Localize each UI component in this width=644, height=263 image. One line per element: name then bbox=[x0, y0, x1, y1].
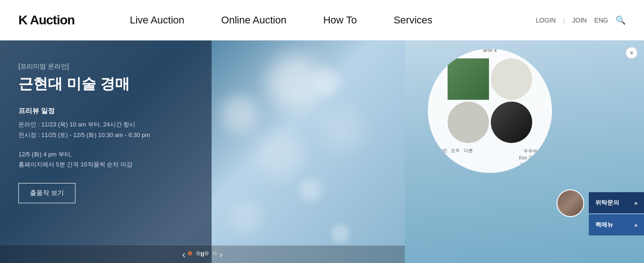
hero-schedule-line1: 온라인 : 11/23 (목) 10 am 부터, 24시간 항시 bbox=[18, 119, 184, 130]
hero-text-block: [프리미엄 온라인] 근현대 미술 경매 프리뷰 일정 온라인 : 11/23 … bbox=[0, 40, 202, 263]
hero-title: 근현대 미술 경매 bbox=[18, 74, 184, 94]
hero-tag: [프리미엄 온라인] bbox=[18, 63, 184, 71]
header: K Auction Live Auction Online Auction Ho… bbox=[0, 0, 644, 40]
login-link[interactable]: LOGIN bbox=[536, 17, 556, 24]
slider-pause-button[interactable]: ⏸ bbox=[196, 250, 209, 259]
quickmenu-arrow: » bbox=[634, 222, 638, 229]
avatar-placeholder bbox=[558, 190, 583, 216]
logo[interactable]: K Auction bbox=[18, 13, 75, 28]
arte-popup: arte k 우린 모두 다른 우주에서 Kim JiYeon Young Ja… bbox=[428, 49, 552, 173]
arte-label: arte k bbox=[483, 49, 497, 54]
nav-online-auction[interactable]: Online Auction bbox=[221, 14, 287, 26]
hero-schedule-line2: 전시장 : 11/25 (토) - 12/5 (화) 10:30 am - 6:… bbox=[18, 130, 184, 140]
bokeh-2 bbox=[221, 96, 258, 132]
divider: | bbox=[563, 17, 565, 24]
side-buttons: 위탁문의 » 퀵메뉴 » bbox=[589, 192, 644, 235]
nav-live-auction[interactable]: Live Auction bbox=[130, 14, 184, 26]
hero-left-panel: [프리미엄 온라인] 근현대 미술 경매 프리뷰 일정 온라인 : 11/23 … bbox=[0, 40, 405, 263]
join-link[interactable]: JOIN bbox=[572, 17, 587, 24]
header-right: LOGIN | JOIN ENG 🔍 bbox=[536, 15, 626, 25]
quickmenu-label: 퀵메뉴 bbox=[595, 221, 613, 229]
bokeh-4 bbox=[258, 132, 304, 178]
artwork-2 bbox=[491, 58, 532, 100]
artwork-1 bbox=[448, 58, 489, 100]
hero-schedule-title: 프리뷰 일정 bbox=[18, 107, 184, 115]
slider-prev-button[interactable]: ‹ bbox=[178, 248, 189, 261]
popup-close-button[interactable]: × bbox=[626, 47, 638, 59]
artwork-3 bbox=[448, 102, 489, 143]
bokeh-6 bbox=[230, 201, 262, 234]
arte-grid bbox=[448, 58, 532, 143]
slider-next-button[interactable]: › bbox=[216, 248, 226, 261]
hero-note: 12/5 (화) 4 pm 부터, 홈페이지에서 5분 간격 10작품씩 순차 … bbox=[18, 149, 184, 170]
commission-button[interactable]: 위탁문의 » bbox=[589, 192, 644, 213]
bokeh-5 bbox=[299, 178, 322, 201]
artwork-4 bbox=[491, 102, 532, 143]
bokeh-8 bbox=[322, 109, 363, 151]
bokeh-7 bbox=[331, 224, 350, 243]
hero-schedule: 온라인 : 11/23 (목) 10 am 부터, 24시간 항시 전시장 : … bbox=[18, 119, 184, 141]
slider-controls: ‹ ⏸ › bbox=[0, 246, 405, 263]
main-nav: Live Auction Online Auction How To Servi… bbox=[130, 14, 535, 26]
bokeh-3 bbox=[313, 68, 340, 96]
hero-section: [프리미엄 온라인] 근현대 미술 경매 프리뷰 일정 온라인 : 11/23 … bbox=[0, 40, 644, 263]
hero-cta-button[interactable]: 출품작 보기 bbox=[18, 183, 75, 203]
avatar-widget bbox=[557, 189, 584, 217]
commission-arrow: » bbox=[634, 200, 638, 206]
lang-selector[interactable]: ENG bbox=[594, 17, 608, 24]
nav-how-to[interactable]: How To bbox=[323, 14, 357, 26]
quickmenu-button[interactable]: 퀵메뉴 » bbox=[589, 214, 644, 235]
search-button[interactable]: 🔍 bbox=[615, 15, 626, 25]
hero-note-line2: 홈페이지에서 5분 간격 10작품씩 순차 마감 bbox=[18, 160, 184, 170]
commission-label: 위탁문의 bbox=[595, 199, 619, 207]
hero-note-line1: 12/5 (화) 4 pm 부터, bbox=[18, 149, 184, 160]
nav-services[interactable]: Services bbox=[394, 14, 432, 26]
